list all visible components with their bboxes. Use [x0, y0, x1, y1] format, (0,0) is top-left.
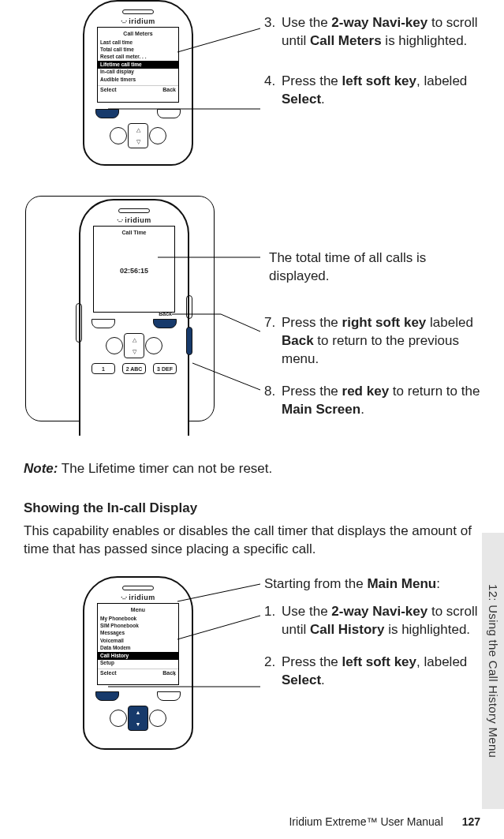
- screen-title: Call Time: [120, 230, 149, 235]
- nav-left[interactable]: [110, 710, 127, 727]
- navi-key[interactable]: △▽: [124, 333, 144, 358]
- softkey-left-label: Select: [100, 670, 117, 676]
- softkey-labels: Select Back: [98, 85, 178, 94]
- menu-list: My Phonebook SIM Phonebook Messages Voic…: [98, 615, 178, 667]
- phone-screen: Call Meters Last call time Total call ti…: [97, 27, 179, 103]
- step-2: 2. Press the left soft key, labeled Sele…: [264, 654, 480, 690]
- menu-item: Reset call meter. . .: [98, 54, 178, 61]
- menu-item: Messages: [98, 630, 178, 637]
- phone-illustration-main-menu: ⠢⠔iridium Menu My Phonebook SIM Phoneboo…: [83, 576, 193, 750]
- menu-item: Audible timers: [98, 76, 178, 83]
- screen-title: Call Meters: [121, 31, 155, 36]
- screen-title: Menu: [129, 607, 147, 612]
- phone-illustration-call-meters: ⠢⠔iridium Call Meters Last call time Tot…: [83, 0, 193, 166]
- keypad: △▽ 1 2 ABC 3 DEF: [88, 319, 180, 374]
- scroll-down-icon: ↓: [174, 671, 177, 676]
- step-1: 1. Use the 2-way Navi-key to scroll unti…: [264, 603, 480, 639]
- heading-in-call-display: Showing the In-call Display: [24, 500, 197, 516]
- nav-left[interactable]: [106, 337, 123, 354]
- menu-item: SIM Phonebook: [98, 622, 178, 629]
- note-lifetime-timer: Note: The Lifetime timer can not be rese…: [24, 461, 480, 477]
- right-soft-key[interactable]: [157, 691, 181, 701]
- menu-item: Voicemail: [98, 637, 178, 644]
- step-8: 8. Press the red key to return to the Ma…: [264, 383, 480, 419]
- earpiece: [122, 9, 154, 14]
- footer-title: Iridium Extreme™ User Manual: [289, 815, 442, 828]
- keypad: △▽: [92, 109, 184, 150]
- brand-logo: ⠢⠔iridium: [92, 17, 184, 25]
- keypad: ▲▼: [92, 691, 184, 732]
- info-total-time: The total time of all calls is displayed…: [264, 249, 480, 286]
- nav-right[interactable]: [149, 710, 166, 727]
- right-soft-key[interactable]: [157, 109, 181, 118]
- menu-list: Last call time Total call time Reset cal…: [98, 39, 178, 84]
- left-soft-key[interactable]: [91, 319, 115, 328]
- softkey-right-label: Back: [159, 311, 172, 316]
- phone-screen: Menu My Phonebook SIM Phonebook Messages…: [97, 603, 179, 685]
- softkey-labels: Back: [94, 310, 174, 318]
- right-soft-key[interactable]: [153, 319, 177, 328]
- phone-illustration-call-time: ⠢⠔iridium Call Time 02:56:15 Back △▽: [79, 199, 189, 436]
- menu-item: Total call time: [98, 46, 178, 53]
- softkey-labels: Select Back: [98, 669, 178, 677]
- menu-item-highlighted: Call History: [98, 652, 178, 659]
- page-number: 127: [462, 815, 480, 828]
- earpiece: [122, 586, 154, 590]
- starting-line: Starting from the Main Menu:: [264, 576, 480, 592]
- left-soft-key[interactable]: [95, 691, 119, 701]
- menu-item: Last call time: [98, 39, 178, 46]
- side-button-right-upper[interactable]: [186, 295, 192, 319]
- earpiece: [118, 208, 150, 213]
- brand-logo: ⠢⠔iridium: [92, 594, 184, 601]
- navi-key[interactable]: ▲▼: [128, 706, 148, 731]
- nav-right[interactable]: [149, 127, 166, 144]
- nav-right[interactable]: [145, 337, 162, 354]
- menu-item: Data Modem: [98, 645, 178, 652]
- brand-logo: ⠢⠔iridium: [88, 216, 180, 224]
- key-1[interactable]: 1: [91, 363, 115, 374]
- menu-item: In-call display: [98, 69, 178, 76]
- call-time-value: 02:56:15: [94, 242, 174, 299]
- intro-text: This capability enables or disables the …: [24, 523, 480, 559]
- softkey-right-label: Back: [162, 87, 176, 92]
- menu-item-highlighted: Lifetime call time: [98, 61, 178, 68]
- navi-key[interactable]: △▽: [128, 123, 148, 148]
- menu-item: Setup: [98, 660, 178, 667]
- softkey-left-label: Select: [100, 87, 117, 92]
- side-button-left[interactable]: [76, 303, 82, 343]
- red-key[interactable]: [186, 327, 192, 355]
- menu-item: My Phonebook: [98, 615, 178, 622]
- phone-screen: Call Time 02:56:15 Back: [93, 226, 175, 313]
- step-4: 4. Press the left soft key, labeled Sele…: [264, 73, 480, 109]
- key-2[interactable]: 2 ABC: [122, 363, 146, 374]
- svg-line-4: [221, 314, 260, 331]
- chapter-side-tab: 12: Using the Call History Menu: [482, 533, 504, 809]
- step-7: 7. Press the right soft key labeled Back…: [264, 314, 480, 369]
- step-3: 3. Use the 2-way Navi-key to scroll unti…: [264, 14, 480, 51]
- key-3[interactable]: 3 DEF: [153, 363, 177, 374]
- left-soft-key[interactable]: [95, 109, 119, 118]
- nav-left[interactable]: [110, 127, 127, 144]
- page-footer: Iridium Extreme™ User Manual 127: [0, 815, 504, 828]
